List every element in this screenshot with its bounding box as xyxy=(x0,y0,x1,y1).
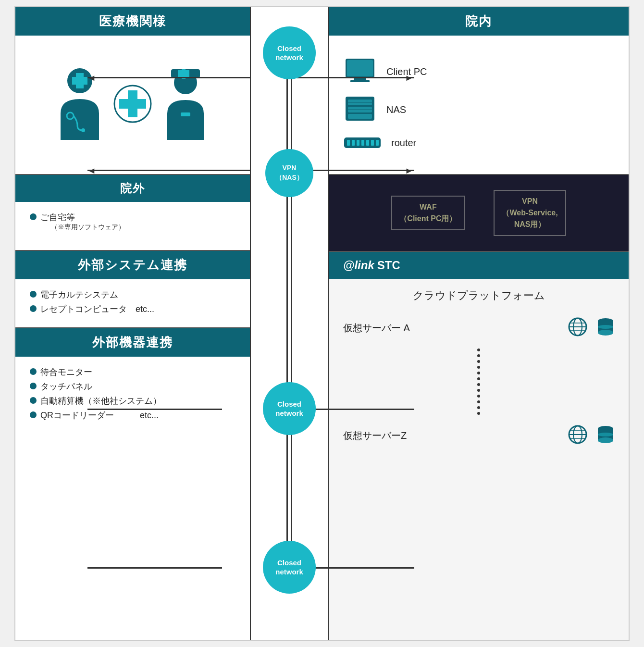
vertical-pipe xyxy=(286,55,292,592)
db-icon-a xyxy=(597,317,614,338)
right-panel: 院内 Client PC xyxy=(328,7,629,640)
svg-point-48 xyxy=(598,433,613,436)
server-row-z: 仮想サーバーZ xyxy=(343,425,614,446)
ext-system-section: 外部システム連携 電子カルテシステム レセプトコンピュータ etc... xyxy=(15,251,250,328)
ext-system-item-1: レセプトコンピュータ etc... xyxy=(30,303,235,315)
ext-device-item-0: 待合モニター xyxy=(30,366,235,378)
globe-icon-a xyxy=(568,317,587,338)
medical-header: 医療機関様 xyxy=(15,7,250,36)
svg-rect-16 xyxy=(350,80,370,82)
medical-cross-icon xyxy=(113,85,152,125)
arrow-line-right-top xyxy=(289,77,414,78)
svg-point-39 xyxy=(598,325,613,329)
svg-rect-26 xyxy=(357,140,359,146)
bullet-dot xyxy=(30,213,37,220)
svg-rect-28 xyxy=(366,140,369,146)
router-icon xyxy=(343,134,382,152)
closed-network-top: Closed network xyxy=(263,26,316,79)
ext-device-item-2: 自動精算機（※他社システム） xyxy=(30,395,235,407)
nas-label: NAS xyxy=(386,104,406,115)
device-row-client-pc: Client PC xyxy=(343,58,614,86)
svg-rect-14 xyxy=(347,60,373,76)
bullet-dot xyxy=(30,305,37,312)
svg-rect-20 xyxy=(348,114,372,119)
device-row-nas: NAS xyxy=(343,96,614,124)
ext-device-section: 外部機器連携 待合モニター タッチパネル 自動精算機（※他社システム） QRコー… xyxy=(15,328,250,434)
svg-point-47 xyxy=(598,437,613,443)
center-panel: Closed network VPN （NAS） ◄ ► ◄ ► Closed … xyxy=(251,7,328,640)
medical-section xyxy=(15,36,250,175)
vpn-circle: VPN （NAS） xyxy=(265,149,313,197)
cloud-section: クラウドプラットフォーム 仮想サーバー A xyxy=(329,279,629,640)
arrow-line-left-mid xyxy=(87,409,222,410)
db-icon-z xyxy=(597,425,614,446)
router-label: router xyxy=(391,137,416,149)
globe-icon-z xyxy=(568,425,587,446)
vpn-label-waf: WAF （Client PC用） xyxy=(391,196,465,230)
bullet-dot xyxy=(30,291,37,298)
ext-system-content: 電子カルテシステム レセプトコンピュータ etc... xyxy=(15,279,250,327)
in-hospital-header: 院内 xyxy=(329,7,629,36)
ext-system-header: 外部システム連携 xyxy=(15,251,250,279)
bullet-dot xyxy=(30,368,37,375)
atlink-brand: @link xyxy=(343,259,374,272)
in-hospital-content: Client PC NAS xyxy=(329,36,629,175)
diagram-wrapper: 医療機関様 xyxy=(14,6,630,641)
ext-device-header: 外部機器連携 xyxy=(15,328,250,357)
vpn-label-vpn: VPN （Web-Service, NAS用） xyxy=(494,190,566,236)
arrow-head-right-top: ► xyxy=(405,73,413,83)
svg-rect-7 xyxy=(119,99,146,109)
svg-rect-2 xyxy=(72,77,87,85)
svg-rect-25 xyxy=(352,140,355,146)
bullet-dot xyxy=(30,383,37,389)
svg-rect-12 xyxy=(181,112,190,116)
bullet-dot xyxy=(30,397,37,404)
gaigai-header: 院外 xyxy=(15,175,250,202)
svg-rect-24 xyxy=(347,140,350,146)
arrow-line-left-bot xyxy=(87,567,222,569)
atlink-stc: STC xyxy=(377,259,400,272)
server-z-label: 仮想サーバーZ xyxy=(343,429,558,442)
svg-rect-30 xyxy=(376,140,379,146)
gaigai-content: ご自宅等 （※専用ソフトウェア） xyxy=(15,202,250,250)
arrow-head-right-vpn: ► xyxy=(405,166,413,176)
ext-device-content: 待合モニター タッチパネル 自動精算機（※他社システム） QRコードリーダー e… xyxy=(15,357,250,434)
svg-point-38 xyxy=(598,330,613,336)
device-row-router: router xyxy=(343,134,614,152)
vpn-dark-section: WAF （Client PC用） VPN （Web-Service, NAS用） xyxy=(329,175,629,252)
ext-device-item-3: QRコードリーダー etc... xyxy=(30,410,235,421)
ext-device-item-1: タッチパネル xyxy=(30,381,235,392)
svg-point-4 xyxy=(81,128,85,132)
svg-rect-29 xyxy=(371,140,374,146)
atlink-header: @link STC xyxy=(329,252,629,279)
client-pc-icon xyxy=(343,58,377,86)
arrow-head-left-vpn: ◄ xyxy=(87,166,96,176)
left-panel: 医療機関様 xyxy=(15,7,251,640)
svg-rect-27 xyxy=(361,140,364,146)
nas-icon xyxy=(343,96,377,124)
closed-network-mid: Closed network xyxy=(263,382,316,435)
gaigai-item-0: ご自宅等 （※専用ソフトウェア） xyxy=(30,212,235,232)
ext-system-item-0: 電子カルテシステム xyxy=(30,289,235,300)
cloud-platform-label: クラウドプラットフォーム xyxy=(343,288,614,303)
server-a-label: 仮想サーバー A xyxy=(343,322,558,335)
arrow-line-left-top xyxy=(87,77,251,78)
server-row-a: 仮想サーバー A xyxy=(343,317,614,338)
arrow-head-left-top: ◄ xyxy=(87,73,96,83)
closed-network-bot: Closed network xyxy=(263,541,316,594)
gaigai-section: 院外 ご自宅等 （※専用ソフトウェア） xyxy=(15,175,250,251)
arrow-line-left-vpn xyxy=(87,170,251,171)
bullet-dot xyxy=(30,411,37,418)
